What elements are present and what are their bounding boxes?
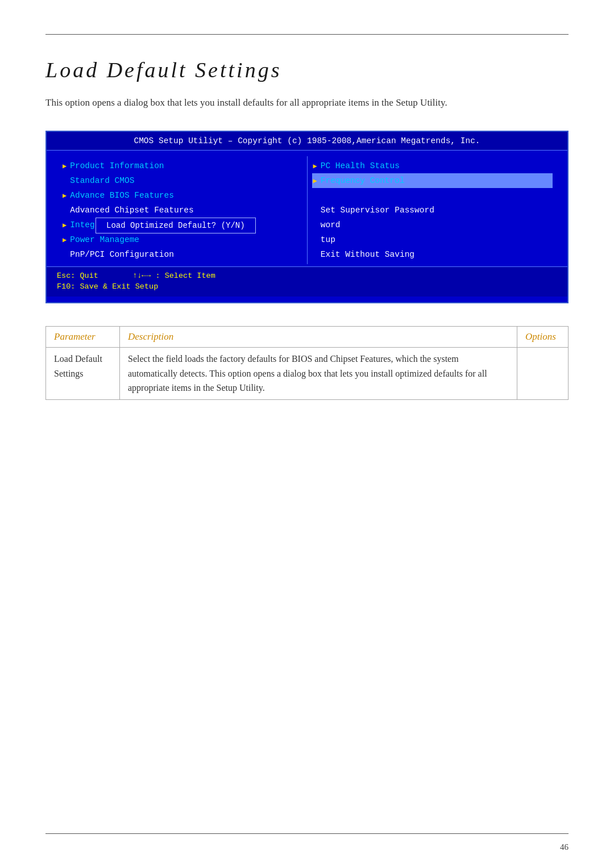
bios-item-pnp[interactable]: ▶ PnP/PCI Configuration: [61, 247, 302, 262]
bios-footer-spacer: [47, 297, 567, 302]
bios-item-label: Advance BIOS Features: [70, 191, 174, 200]
bios-footer-arrows: ↑↓←→ : Select Item: [132, 272, 215, 280]
arrow-icon: ▶: [313, 177, 317, 185]
bios-left-col: ▶ Product Information ▶ Standard CMOS ▶ …: [57, 156, 308, 264]
bios-item-tup[interactable]: ▶ tup: [312, 232, 553, 247]
page-title: Load Default Settings: [45, 57, 569, 82]
bios-item-advanced-chipset[interactable]: ▶ Advanced Chipset Features: [61, 203, 302, 218]
bios-item-label: Product Information: [70, 161, 164, 170]
param-table: Parameter Description Options Load Defau…: [45, 326, 569, 400]
arrow-icon: ▶: [63, 162, 67, 170]
bios-item-power[interactable]: ▶ Power Manageme: [61, 232, 302, 247]
bios-body: ▶ Product Information ▶ Standard CMOS ▶ …: [47, 151, 567, 266]
bios-item-word[interactable]: ▶ word: [312, 218, 553, 232]
bios-item-label: Frequency Control: [321, 176, 405, 185]
col-header-options: Options: [517, 327, 569, 348]
arrow-icon: ▶: [63, 221, 67, 229]
bios-item-exit-without-saving[interactable]: ▶ Exit Without Saving: [312, 247, 553, 262]
bios-item-label: Exit Without Saving: [321, 250, 414, 259]
intro-text: This option opens a dialog box that lets…: [45, 95, 512, 110]
bios-item-label: Advanced Chipset Features: [70, 206, 194, 215]
bottom-rule: [45, 833, 569, 834]
bios-screen: CMOS Setup Utiliyt – Copyright (c) 1985-…: [45, 131, 569, 303]
cell-options: [517, 348, 569, 400]
bios-item-label: [321, 191, 326, 200]
arrow-icon: ▶: [63, 191, 67, 200]
bios-item-product-info[interactable]: ▶ Product Information: [61, 158, 302, 173]
bios-footer-f10: F10: Save & Exit Setup: [57, 281, 557, 293]
bios-item-label: PC Health Status: [321, 161, 400, 170]
page-number: 46: [560, 842, 569, 852]
bios-footer: Esc: Quit ↑↓←→ : Select Item F10: Save &…: [47, 266, 567, 297]
cell-parameter: Load Default Settings: [46, 348, 120, 400]
bios-item-label: PnP/PCI Configuration: [70, 250, 174, 259]
bios-footer-esc: Esc: Quit: [57, 272, 98, 280]
bios-header: CMOS Setup Utiliyt – Copyright (c) 1985-…: [47, 132, 567, 151]
bios-item-standard-cmos[interactable]: ▶ Standard CMOS: [61, 173, 302, 188]
bios-item-label: Standard CMOS: [70, 176, 134, 185]
page-container: Load Default Settings This option opens …: [0, 0, 614, 868]
col-header-parameter: Parameter: [46, 327, 120, 348]
cell-description: Select the field loads the factory defau…: [120, 348, 517, 400]
table-header-row: Parameter Description Options: [46, 327, 569, 348]
col-header-description: Description: [120, 327, 517, 348]
bios-item-supervisor-pw[interactable]: ▶ Set Supervisor Password: [312, 203, 553, 218]
bios-item-label: Set Supervisor Password: [321, 206, 434, 215]
bios-dialog-popup: Load Optimized Default? (Y/N): [96, 218, 256, 233]
table-row: Load Default Settings Select the field l…: [46, 348, 569, 400]
bios-footer-row1: Esc: Quit ↑↓←→ : Select Item: [57, 270, 557, 281]
bios-item-blank1: ▶: [312, 188, 553, 203]
bios-right-col: ▶ PC Health Status ▶ Frequency Control ▶…: [308, 156, 558, 264]
bios-item-integrated[interactable]: ▶ Integrated Periphe Load Optimized Defa…: [61, 218, 302, 232]
top-rule: [45, 34, 569, 35]
bios-item-label: Power Manageme: [70, 235, 139, 244]
bios-item-label: tup: [321, 235, 335, 244]
arrow-icon: ▶: [313, 162, 317, 170]
bios-item-advance-bios[interactable]: ▶ Advance BIOS Features: [61, 188, 302, 203]
bios-item-label: word: [321, 220, 341, 229]
bios-item-pc-health[interactable]: ▶ PC Health Status: [312, 158, 553, 173]
bios-item-freq-control[interactable]: ▶ Frequency Control: [312, 173, 553, 188]
arrow-icon: ▶: [63, 236, 67, 244]
